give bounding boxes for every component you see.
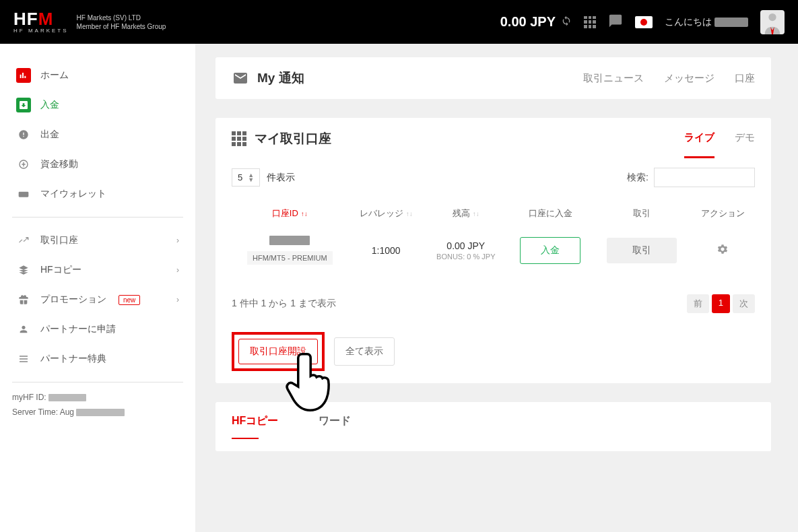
col-leverage[interactable]: レバレッジ↑↓ — [348, 202, 424, 225]
pager-prev[interactable]: 前 — [687, 294, 709, 313]
cell-leverage: 1:1000 — [348, 225, 424, 275]
card-title: My 通知 — [257, 69, 304, 87]
open-account-button[interactable]: 取引口座開設 — [238, 339, 318, 364]
top-header: HFM HF MARKETS HF Markets (SV) LTD Membe… — [0, 0, 798, 44]
col-deposit: 口座に入金 — [508, 202, 593, 225]
myhf-id-label: myHF ID: — [12, 393, 46, 402]
tab-news[interactable]: 取引ニュース — [583, 72, 644, 85]
logo-subtext: HF MARKETS — [13, 28, 69, 34]
cell-balance: 0.00 JPY — [428, 240, 504, 251]
hfcopy-word-label[interactable]: ワード — [319, 414, 351, 428]
sidebar-item-label: プロモーション — [40, 294, 106, 306]
sidebar-info: myHF ID: Server Time: Aug — [12, 391, 183, 420]
svg-point-0 — [768, 13, 776, 20]
search-label: 検索: — [627, 172, 649, 184]
trade-button[interactable]: 取引 — [607, 238, 677, 263]
new-badge: new — [119, 295, 140, 305]
table-row: HFM/MT5 - PREMIUM 1:1000 0.00 JPY BONUS:… — [232, 225, 755, 275]
accounts-icon — [16, 233, 31, 248]
gear-icon[interactable] — [717, 246, 729, 257]
list-icon — [16, 352, 31, 366]
card-title: マイ取引口座 — [255, 130, 331, 147]
deposit-icon — [16, 98, 31, 112]
sidebar-item-promotion[interactable]: プロモーション new › — [12, 285, 183, 314]
page-size-select[interactable]: 5 ▲▼ — [232, 168, 260, 187]
sidebar-item-partner-apply[interactable]: パートナーに申請 — [12, 314, 183, 344]
pager-next[interactable]: 次 — [733, 294, 755, 313]
sidebar-item-label: パートナーに申請 — [40, 323, 116, 335]
logo-text-m: M — [38, 9, 54, 29]
sidebar-item-label: HFコピー — [40, 264, 81, 276]
sidebar-item-label: マイウォレット — [40, 188, 106, 200]
col-trade: 取引 — [593, 202, 690, 225]
sidebar-item-hfcopy[interactable]: HFコピー › — [12, 255, 183, 285]
show-all-button[interactable]: 全て表示 — [334, 337, 395, 366]
layers-icon — [16, 263, 31, 277]
avatar[interactable] — [760, 10, 785, 34]
grid-icon — [232, 131, 246, 146]
search-input[interactable] — [654, 168, 755, 187]
pager: 前 1 次 — [687, 294, 755, 313]
chat-icon[interactable] — [608, 13, 623, 30]
page-size-label: 件表示 — [267, 172, 295, 184]
notifications-card: My 通知 取引ニュース メッセージ 口座 — [215, 57, 771, 99]
col-id[interactable]: 口座ID↑↓ — [232, 202, 348, 225]
chevron-right-icon: › — [176, 295, 179, 304]
main-content: My 通知 取引ニュース メッセージ 口座 マイ取引口座 ライブ デモ — [195, 44, 798, 532]
accounts-card: マイ取引口座 ライブ デモ 5 ▲▼ 件表示 検索: — [215, 118, 771, 383]
deposit-button[interactable]: 入金 — [520, 237, 580, 264]
sidebar-item-deposit[interactable]: 入金 — [12, 90, 183, 120]
chevron-right-icon: › — [176, 265, 179, 275]
balance-display: 0.00 JPY — [500, 14, 572, 30]
accounts-table: 口座ID↑↓ レバレッジ↑↓ 残高↑↓ 口座に入金 取引 アクション HFM/M… — [232, 202, 755, 275]
sidebar-item-label: 資金移動 — [40, 158, 78, 170]
language-flag-jp[interactable] — [635, 16, 653, 28]
sidebar-item-home[interactable]: ホーム — [12, 61, 183, 90]
withdraw-icon — [16, 127, 31, 142]
cell-bonus: BONUS: 0 % JPY — [428, 253, 504, 261]
sidebar-item-partner-benefits[interactable]: パートナー特典 — [12, 344, 183, 374]
table-footer-text: 1 件中 1 から 1 まで表示 — [232, 298, 336, 310]
logo[interactable]: HFM HF MARKETS — [13, 10, 69, 34]
sidebar: ホーム 入金 出金 資金移動 マイウォレット 取引口座 › HFコピー › — [0, 44, 195, 532]
sidebar-item-label: 取引口座 — [40, 234, 78, 246]
user-icon — [16, 322, 31, 337]
mail-icon — [232, 69, 249, 87]
greeting: こんにちは — [665, 16, 748, 28]
sidebar-item-label: パートナー特典 — [40, 353, 106, 365]
col-action: アクション — [690, 202, 755, 225]
account-id-masked — [269, 236, 310, 245]
company-desc: HF Markets (SV) LTD Member of HF Markets… — [77, 13, 166, 31]
col-balance[interactable]: 残高↑↓ — [424, 202, 508, 225]
tab-demo[interactable]: デモ — [735, 131, 755, 146]
apps-grid-icon[interactable] — [584, 16, 596, 28]
gift-icon — [16, 292, 31, 307]
hfcopy-title[interactable]: HFコピー — [232, 414, 278, 428]
account-tag: HFM/MT5 - PREMIUM — [247, 251, 333, 265]
sidebar-item-wallet[interactable]: マイウォレット — [12, 179, 183, 209]
chevron-right-icon: › — [176, 236, 179, 245]
refresh-icon[interactable] — [561, 14, 572, 30]
chart-icon — [16, 68, 31, 83]
sidebar-item-label: ホーム — [40, 69, 69, 81]
sidebar-item-label: 出金 — [40, 129, 59, 141]
sidebar-item-label: 入金 — [40, 99, 59, 111]
logo-text: HF — [13, 9, 38, 29]
sidebar-item-accounts[interactable]: 取引口座 › — [12, 226, 183, 255]
transfer-icon — [16, 157, 31, 172]
tab-live[interactable]: ライブ — [684, 131, 714, 158]
sidebar-item-transfer[interactable]: 資金移動 — [12, 149, 183, 179]
wallet-icon — [16, 187, 31, 201]
hfcopy-card: HFコピー ワード — [215, 402, 771, 451]
pager-page-1[interactable]: 1 — [712, 294, 730, 313]
server-time-label: Server Time: Aug — [12, 407, 74, 417]
sidebar-item-withdraw[interactable]: 出金 — [12, 120, 183, 149]
tab-account[interactable]: 口座 — [735, 72, 755, 85]
tab-messages[interactable]: メッセージ — [664, 72, 714, 85]
highlight-annotation: 取引口座開設 — [232, 332, 325, 371]
